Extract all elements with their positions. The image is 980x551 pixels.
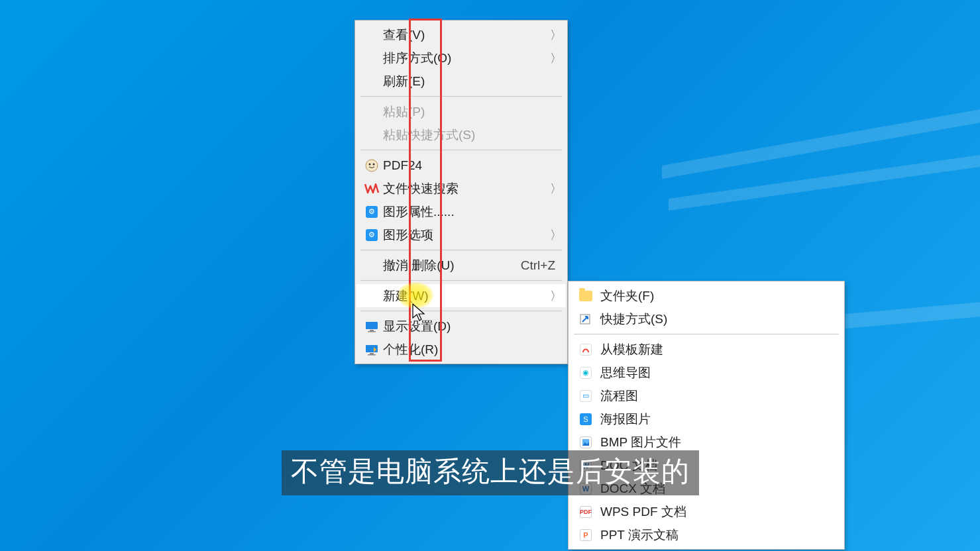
submenu-item-poster[interactable]: S 海报图片	[570, 407, 843, 430]
wps-search-icon	[363, 180, 380, 197]
menu-item-file-search[interactable]: 文件快速搜索 〉	[356, 177, 566, 200]
menu-label: 显示设置(D)	[383, 318, 559, 335]
menu-separator	[360, 150, 562, 150]
submenu-item-flowchart[interactable]: ▭ 流程图	[570, 384, 843, 407]
svg-point-0	[366, 160, 378, 172]
menu-label: 快捷方式(S)	[600, 311, 836, 328]
submenu-item-ppt[interactable]: P PPT 演示文稿	[570, 523, 843, 546]
menu-separator	[574, 334, 839, 334]
submenu-item-wps-pdf[interactable]: PDF WPS PDF 文档	[570, 500, 843, 523]
svg-rect-5	[368, 331, 376, 332]
menu-label: 刷新(E)	[383, 73, 559, 90]
mindmap-icon: ◉	[578, 365, 594, 381]
chevron-right-icon: 〉	[550, 50, 559, 66]
menu-item-display-settings[interactable]: 显示设置(D)	[356, 315, 566, 338]
svg-rect-6	[366, 345, 378, 352]
menu-label: 撤消 删除(U)	[383, 257, 521, 274]
menu-label: 海报图片	[600, 411, 836, 428]
menu-label: 图形选项	[383, 226, 550, 244]
menu-label: 文件夹(F)	[600, 287, 836, 305]
display-settings-icon	[363, 318, 380, 335]
menu-label: 文件快速搜索	[383, 180, 550, 197]
menu-label: WPS PDF 文档	[600, 503, 836, 521]
submenu-item-template[interactable]: 从模板新建	[570, 338, 843, 361]
menu-label: 流程图	[600, 387, 836, 405]
menu-label: BMP 图片文件	[600, 434, 836, 451]
menu-label: 新建(W)	[383, 287, 550, 305]
menu-separator	[360, 311, 562, 311]
menu-item-graphics-props[interactable]: ⚙ 图形属性......	[356, 200, 566, 223]
svg-point-2	[373, 163, 375, 165]
graphics-props-icon: ⚙	[363, 203, 380, 221]
menu-item-pdf24[interactable]: PDF24	[356, 154, 566, 177]
spacer-icon	[363, 26, 380, 44]
menu-label: 粘贴(P)	[383, 103, 559, 121]
svg-rect-7	[370, 353, 374, 354]
spacer-icon	[363, 50, 380, 67]
folder-icon	[578, 288, 594, 304]
menu-label: 粘贴快捷方式(S)	[383, 126, 559, 144]
bmp-icon	[578, 434, 594, 450]
menu-label: 从模板新建	[600, 341, 836, 358]
menu-item-graphics-options[interactable]: ⚙ 图形选项 〉	[356, 223, 566, 246]
submenu-item-folder[interactable]: 文件夹(F)	[570, 284, 843, 307]
menu-label: 排序方式(O)	[383, 50, 550, 67]
menu-shortcut: Ctrl+Z	[521, 258, 555, 273]
menu-item-refresh[interactable]: 刷新(E)	[356, 70, 566, 93]
personalize-icon	[363, 341, 380, 358]
menu-item-sort[interactable]: 排序方式(O) 〉	[356, 46, 566, 70]
spacer-icon	[363, 257, 380, 274]
poster-icon: S	[578, 411, 594, 427]
template-icon	[578, 342, 594, 358]
spacer-icon	[363, 103, 380, 121]
svg-rect-8	[368, 354, 376, 356]
menu-label: 查看(V)	[383, 26, 550, 44]
wps-pdf-icon: PDF	[578, 504, 594, 520]
menu-separator	[360, 280, 562, 281]
chevron-right-icon: 〉	[550, 27, 559, 43]
graphics-options-icon: ⚙	[363, 226, 380, 244]
new-submenu: 文件夹(F) 快捷方式(S) 从模板新建 ◉ 思维导图 ▭	[568, 281, 845, 550]
chevron-right-icon: 〉	[550, 181, 559, 197]
menu-item-paste-shortcut: 粘贴快捷方式(S)	[356, 123, 566, 146]
menu-item-personalize[interactable]: 个性化(R)	[356, 338, 566, 361]
menu-separator	[360, 96, 562, 97]
spacer-icon	[363, 126, 380, 144]
svg-rect-4	[370, 330, 374, 331]
chevron-right-icon: 〉	[550, 227, 559, 243]
menu-label: 图形属性......	[383, 203, 559, 221]
shortcut-icon	[578, 311, 594, 327]
menu-item-paste: 粘贴(P)	[356, 100, 566, 123]
video-subtitle: 不管是电脑系统上还是后安装的	[282, 450, 699, 495]
menu-label: PDF24	[383, 158, 559, 173]
chevron-right-icon: 〉	[550, 288, 559, 304]
svg-point-1	[369, 163, 371, 165]
submenu-item-shortcut[interactable]: 快捷方式(S)	[570, 307, 843, 330]
desktop-context-menu: 查看(V) 〉 排序方式(O) 〉 刷新(E) 粘贴(P) 粘贴快捷方式(S)	[354, 20, 568, 364]
menu-label: 个性化(R)	[383, 341, 559, 358]
submenu-item-mindmap[interactable]: ◉ 思维导图	[570, 361, 843, 384]
menu-separator	[360, 250, 562, 250]
menu-item-undo-delete[interactable]: 撤消 删除(U) Ctrl+Z	[356, 254, 566, 277]
spacer-icon	[363, 73, 380, 90]
desktop[interactable]: 查看(V) 〉 排序方式(O) 〉 刷新(E) 粘贴(P) 粘贴快捷方式(S)	[0, 0, 980, 551]
flowchart-icon: ▭	[578, 388, 594, 404]
menu-item-view[interactable]: 查看(V) 〉	[356, 23, 566, 46]
spacer-icon	[363, 287, 380, 305]
svg-rect-3	[366, 322, 378, 329]
menu-label: 思维导图	[600, 364, 836, 381]
menu-label: PPT 演示文稿	[600, 526, 836, 544]
pdf24-icon	[363, 157, 380, 174]
ppt-icon: P	[578, 527, 594, 543]
menu-item-new[interactable]: 新建(W) 〉	[356, 284, 566, 307]
